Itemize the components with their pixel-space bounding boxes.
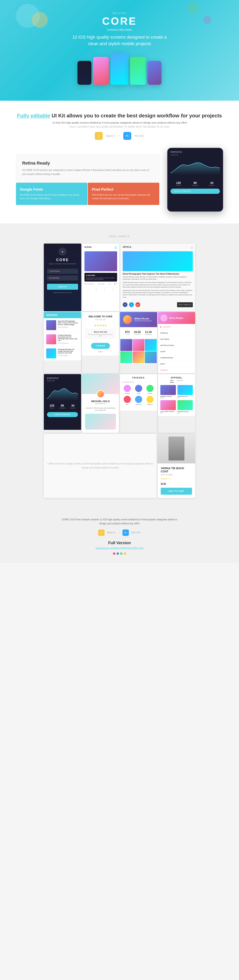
friend-jim: Jim — [122, 396, 132, 405]
signin-avatar-placeholder: ● — [59, 248, 67, 256]
profile-handle: @willard.photography — [134, 320, 151, 322]
signin-button[interactable]: SIGN IN — [47, 284, 78, 290]
article-title: ARTICLE — [123, 246, 131, 248]
create-account-link[interactable]: CREATE NEW ACCOUNT — [53, 292, 72, 293]
profile-info: Willard Bryant @willard.photography — [134, 317, 151, 322]
profile-followers-label: Followers — [134, 334, 141, 335]
apparel-img-jacket — [160, 385, 176, 395]
tools-divider: + — [118, 531, 120, 535]
stat-leads-value: 34 — [70, 404, 75, 407]
activity-nav-search[interactable]: ⚲ — [96, 289, 97, 291]
friend-louis: Louis — [134, 385, 143, 394]
create-report-btn-2[interactable]: CREATE REPORT — [47, 412, 78, 417]
stacey-screen-card: Stacey Morgan ACTIVITY PROFILE SETTINGS … — [158, 312, 195, 373]
continue-button[interactable]: CONTINUE — [91, 343, 110, 349]
next-article-button[interactable]: NEXT ARticLe — [177, 302, 193, 307]
stacey-menu-help[interactable]: HELP — [158, 361, 195, 367]
phone-screen-profile — [130, 57, 146, 85]
phone-screen-activity — [93, 57, 109, 85]
apparel-tab-men[interactable]: MEN — [170, 380, 174, 383]
activity-nav-active[interactable]: ● — [104, 289, 105, 291]
statistic-chart — [47, 385, 78, 401]
stacey-menu-activity[interactable]: ACTIVITY — [158, 324, 195, 330]
apparel-feature-image — [158, 434, 195, 463]
twitter-share-button[interactable]: t — [129, 302, 134, 307]
newsfeed-content-2: Creative Bethnina Illustrated and Oil Pa… — [58, 334, 79, 344]
activity-menu-icon: ☰ — [114, 246, 117, 250]
color-dot-blue — [116, 552, 119, 555]
newsfeed-screen: NEWSFEED Stunning Photography Offer a Lo… — [44, 312, 81, 361]
password-field[interactable]: PASSWORD — [47, 275, 78, 280]
activity-nav-home[interactable]: ⌂ — [88, 289, 89, 291]
bottom-sketch-badge: ✦ — [98, 530, 105, 536]
bottom-info-text: CORE UI Kit Free Sample contains 12 iOS … — [60, 518, 179, 525]
activity-comments: 💬 8 — [114, 283, 117, 285]
friends-section-title: FAVORITES — [122, 381, 155, 383]
apparel-feature-spacer: CORE UI Kit Free Sample contains 12 iOS … — [44, 434, 157, 498]
statistic-phone-mock: STATISTIC September — [167, 148, 223, 212]
pixel-perfect-text: Pixel Perfect and you can not fear that … — [92, 193, 155, 200]
stacey-screen: Stacey Morgan ACTIVITY PROFILE SETTINGS … — [158, 312, 195, 373]
full-version-link[interactable]: www.behance.net/gallery/29049194/CORE-UI… — [16, 547, 223, 549]
googleplus-share-button[interactable]: g+ — [135, 302, 140, 307]
stat-month: September — [170, 154, 220, 156]
stacey-avatar — [160, 314, 167, 321]
grid-row-3: STATISTIC September — [44, 374, 195, 433]
apparel-screen: APPAREL MEN WOMEN BOMBER JACKET $105 — [158, 374, 195, 416]
features-sub2: FULLY LAYERED FILES INCLUDING ARTBOARDS … — [70, 126, 169, 128]
dot-3 — [102, 351, 103, 352]
hero-decorative-circle-4 — [203, 16, 211, 24]
activity-nav-profile[interactable]: ☺ — [112, 289, 113, 291]
apparel-feature-title: VARNA TIE BACK COAT — [161, 467, 192, 473]
apparel-tab-women[interactable]: WOMEN — [177, 380, 183, 383]
newsfeed-item2-title: Creative Bethnina Illustrated and Oil Pa… — [58, 334, 79, 342]
newsfeed-item-3: Amazing 3D Paper Art Jungle Animals with… — [44, 347, 81, 361]
michael-holo-screen-card: MICHAEL HOLO @michael.holo Account for 1… — [82, 374, 119, 433]
friend-avatar-lawrence — [135, 396, 142, 403]
email-field[interactable]: YOUR EMAIL — [47, 269, 78, 274]
apparel-name-boots: STRING BOOTS — [177, 396, 193, 397]
add-to-cart-button[interactable]: ADD TO CART — [161, 488, 192, 495]
profile-screen-card: Willard Bryant @willard.photography 872 … — [120, 312, 157, 373]
apparel-name-jacket: BOMBER JACKET — [160, 396, 176, 397]
friend-avatar-geneva — [124, 385, 131, 392]
stacey-menu-shop[interactable]: SHOP — [158, 348, 195, 355]
features-headline-italic: for — [181, 113, 188, 119]
welcome-feature-box: Buy in One Tap The first issue down to r… — [85, 329, 116, 339]
create-report-button[interactable]: CREATE REPORT — [170, 189, 220, 194]
stacey-menu-logout[interactable]: LOGOUT — [158, 367, 195, 373]
stacey-menu-profile[interactable]: PROFILE — [158, 330, 195, 336]
michael-photo — [85, 414, 116, 430]
stat-leads: 34 LEADS — [209, 181, 214, 186]
welcome-feature-title: Buy in One Tap — [88, 331, 113, 333]
ps-badge: Ps — [123, 132, 131, 140]
michael-holo-screen: MICHAEL HOLO @michael.holo Account for 1… — [82, 374, 119, 433]
signin-logo: CORE — [56, 258, 69, 262]
newsfeed-title: NEWSFEED — [44, 312, 81, 318]
profile-name: Willard Bryant — [134, 317, 151, 320]
activity-nav: ⌂ ⚲ ● ☺ — [84, 287, 117, 291]
stat-visits-lbl: VISITS — [49, 407, 54, 409]
apparel-item-1: BOMBER JACKET $105 — [160, 385, 176, 399]
fully-editable-link[interactable]: Fully editable — [17, 113, 50, 119]
newsfeed-item3-text: Short description... — [58, 355, 79, 356]
grid-row-4: CORE UI Kit Free Sample contains 12 iOS … — [44, 434, 195, 498]
retina-text: All CORE UI Kit screens are composed in … — [22, 168, 153, 176]
stat-title: STATISTIC — [170, 151, 220, 153]
sketch-icon: ✦ — [98, 135, 100, 137]
friend-name-jim: Jim — [122, 404, 132, 405]
grid-row-1: ● CORE Sing In or Create a Free Core Acc… — [44, 243, 195, 311]
pixel-perfect-title: Pixel Perfect — [92, 188, 155, 192]
stacey-menu-communities[interactable]: COMMUNITIES — [158, 355, 195, 361]
apparel-price-hoodie: $89 — [177, 412, 193, 414]
stacey-menu-notifications[interactable]: NOTIFICATIONS — [158, 342, 195, 348]
newsfeed-thumb-3 — [46, 348, 56, 358]
google-fonts-title: Google Fonts — [20, 188, 83, 192]
stat-metrics: 125 VISITS 89 UNIQUE 34 LEADS — [170, 181, 220, 186]
facebook-share-button[interactable]: f — [123, 302, 127, 307]
ps-icon: Ps — [126, 135, 129, 137]
profile-screen: Willard Bryant @willard.photography 872 … — [120, 312, 157, 364]
stacey-menu-settings[interactable]: SETTINGS — [158, 336, 195, 342]
stat-visits-label: VISITS — [176, 185, 181, 186]
friends-grid: Geneva Louis Caroline Jim — [122, 385, 155, 405]
